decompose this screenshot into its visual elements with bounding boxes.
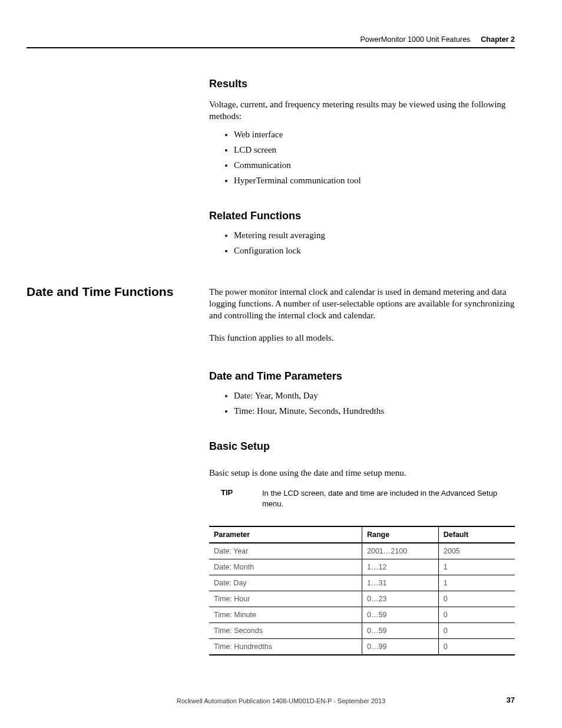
- sidebar-heading-datetime: Date and Time Functions: [27, 285, 173, 299]
- basic-heading: Basic Setup: [209, 440, 515, 453]
- parameters-table: Parameter Range Default Date: Year2001…2…: [209, 526, 515, 655]
- table-cell: Time: Hour: [209, 591, 362, 607]
- table-cell: Date: Month: [209, 559, 362, 575]
- table-cell: 0…23: [362, 591, 439, 607]
- tip-block: TIP In the LCD screen, date and time are…: [221, 488, 515, 509]
- table-row: Date: Day1…311: [209, 575, 515, 591]
- related-list: Metering result averaging Configuration …: [209, 228, 515, 258]
- table-cell: Time: Minute: [209, 607, 362, 623]
- dtparams-heading: Date and Time Parameters: [209, 370, 515, 383]
- footer-publication: Rockwell Automation Publication 1408-UM0…: [0, 697, 562, 704]
- table-cell: 1: [438, 575, 515, 591]
- table-row: Time: Hour0…230: [209, 591, 515, 607]
- basic-intro: Basic setup is done using the date and t…: [209, 467, 515, 479]
- results-intro: Voltage, current, and frequency metering…: [209, 98, 515, 123]
- list-item: Communication: [234, 158, 515, 172]
- table-cell: 0: [438, 591, 515, 607]
- table-header-range: Range: [362, 526, 439, 543]
- results-list: Web interface LCD screen Communication H…: [209, 127, 515, 187]
- list-item: HyperTerminal communication tool: [234, 173, 515, 187]
- datetime-para1: The power monitor internal clock and cal…: [209, 286, 515, 322]
- table-cell: 1…12: [362, 559, 439, 575]
- table-cell: 0: [438, 623, 515, 639]
- list-item: Web interface: [234, 127, 515, 141]
- dtparams-list: Date: Year, Month, Day Time: Hour, Minut…: [209, 388, 515, 418]
- table-row: Time: Seconds0…590: [209, 623, 515, 639]
- table-cell: Date: Year: [209, 543, 362, 559]
- list-item: LCD screen: [234, 143, 515, 157]
- table-row: Time: Hundredths0…990: [209, 639, 515, 655]
- related-heading: Related Functions: [209, 210, 515, 222]
- table-header-default: Default: [438, 526, 515, 543]
- list-item: Time: Hour, Minute, Seconds, Hundredths: [234, 404, 515, 418]
- table-row: Date: Month1…121: [209, 559, 515, 575]
- list-item: Date: Year, Month, Day: [234, 388, 515, 403]
- table-cell: 0…99: [362, 639, 439, 655]
- table-cell: 1…31: [362, 575, 439, 591]
- header-chapter: Chapter 2: [481, 35, 515, 44]
- table-cell: 2005: [438, 543, 515, 559]
- table-header-parameter: Parameter: [209, 526, 362, 543]
- table-cell: 0…59: [362, 623, 439, 639]
- table-cell: Time: Seconds: [209, 623, 362, 639]
- table-cell: 1: [438, 559, 515, 575]
- page-number: 37: [507, 696, 515, 704]
- page-header: PowerMonitor 1000 Unit Features Chapter …: [27, 35, 515, 48]
- results-heading: Results: [209, 78, 515, 90]
- list-item: Metering result averaging: [234, 228, 515, 242]
- datetime-para2: This function applies to all models.: [209, 332, 515, 344]
- table-cell: 0: [438, 607, 515, 623]
- table-cell: Date: Day: [209, 575, 362, 591]
- tip-label: TIP: [221, 488, 262, 509]
- tip-text: In the LCD screen, date and time are inc…: [262, 488, 515, 509]
- header-title: PowerMonitor 1000 Unit Features: [360, 35, 470, 44]
- table-row: Date: Year2001…21002005: [209, 543, 515, 559]
- table-cell: 2001…2100: [362, 543, 439, 559]
- table-cell: 0…59: [362, 607, 439, 623]
- list-item: Configuration lock: [234, 243, 515, 258]
- table-row: Time: Minute0…590: [209, 607, 515, 623]
- table-cell: 0: [438, 639, 515, 655]
- table-cell: Time: Hundredths: [209, 639, 362, 655]
